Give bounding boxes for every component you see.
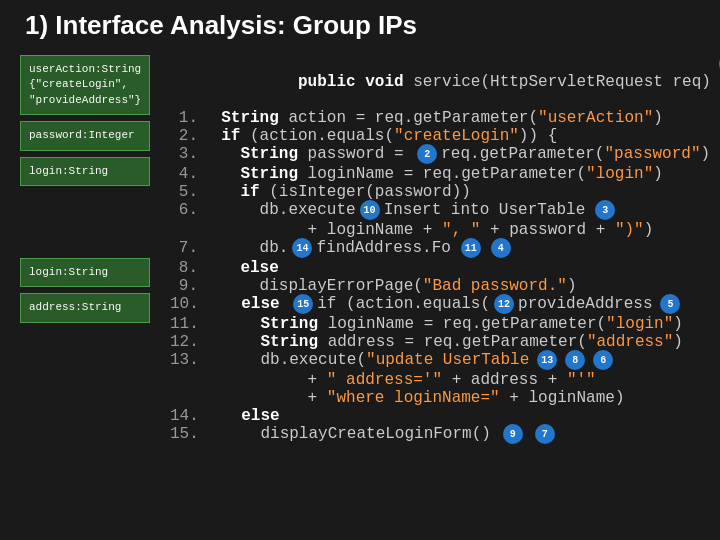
group-box-password: password:Integer bbox=[20, 121, 150, 150]
circle-6: 6 bbox=[593, 350, 613, 370]
code-line-13c: + "where loginName=" + loginName) bbox=[170, 389, 720, 407]
circle-2: 2 bbox=[417, 144, 437, 164]
code-line-9: 9. displayErrorPage("Bad password.") bbox=[170, 277, 720, 295]
code-line-10: 10. else 15 if (action.equals( 12 provid… bbox=[170, 295, 720, 315]
code-line-6: 6. db.execute 10 Insert into UserTable 3 bbox=[170, 201, 720, 221]
code-area: public void service(HttpServletRequest r… bbox=[170, 55, 720, 445]
circle-9: 9 bbox=[503, 424, 523, 444]
circle-10: 10 bbox=[360, 200, 380, 220]
code-line-1: 1. String action = req.getParameter("use… bbox=[170, 109, 720, 127]
group-box-address: address:String bbox=[20, 293, 150, 322]
circle-13: 13 bbox=[537, 350, 557, 370]
code-line-header: public void service(HttpServletRequest r… bbox=[170, 55, 720, 109]
code-line-11: 11. String loginName = req.getParameter(… bbox=[170, 315, 720, 333]
code-line-4: 4. String loginName = req.getParameter("… bbox=[170, 165, 720, 183]
slide: 1) Interface Analysis: Group IPs userAct… bbox=[0, 0, 720, 540]
group-box-login-bottom: login:String bbox=[20, 258, 150, 287]
code-line-13: 13. db.execute("update UserTable 13 8 6 bbox=[170, 351, 720, 371]
circle-4: 4 bbox=[491, 238, 511, 258]
code-line-8: 8. else bbox=[170, 259, 720, 277]
code-line-7: 7. db. 14 findAddress.Fo 11 4 bbox=[170, 239, 720, 259]
group-box-useraction: userAction:String{"createLogin","provide… bbox=[20, 55, 150, 115]
code-line-14: 14. else bbox=[170, 407, 720, 425]
circle-8: 8 bbox=[565, 350, 585, 370]
left-panel: userAction:String{"createLogin","provide… bbox=[20, 55, 150, 445]
code-line-2: 2. if (action.equals("createLogin")) { bbox=[170, 127, 720, 145]
code-line-6b: + loginName + ", " + password + ")") bbox=[170, 221, 720, 239]
circle-5: 5 bbox=[660, 294, 680, 314]
group-box-login-top: login:String bbox=[20, 157, 150, 186]
circle-7: 7 bbox=[535, 424, 555, 444]
content-area: userAction:String{"createLogin","provide… bbox=[20, 55, 700, 445]
circle-3b: 3 bbox=[595, 200, 615, 220]
code-line-13b: + " address='" + address + "'" bbox=[170, 371, 720, 389]
circle-11: 11 bbox=[461, 238, 481, 258]
code-line-3: 3. String password = 2 req.getParameter(… bbox=[170, 145, 720, 165]
circle-14: 14 bbox=[292, 238, 312, 258]
slide-title: 1) Interface Analysis: Group IPs bbox=[20, 10, 700, 41]
circle-12: 12 bbox=[494, 294, 514, 314]
code-line-5: 5. if (isInteger(password)) bbox=[170, 183, 720, 201]
circle-15: 15 bbox=[293, 294, 313, 314]
code-line-12: 12. String address = req.getParameter("a… bbox=[170, 333, 720, 351]
code-line-15: 15. displayCreateLoginForm() 9 7 bbox=[170, 425, 720, 445]
